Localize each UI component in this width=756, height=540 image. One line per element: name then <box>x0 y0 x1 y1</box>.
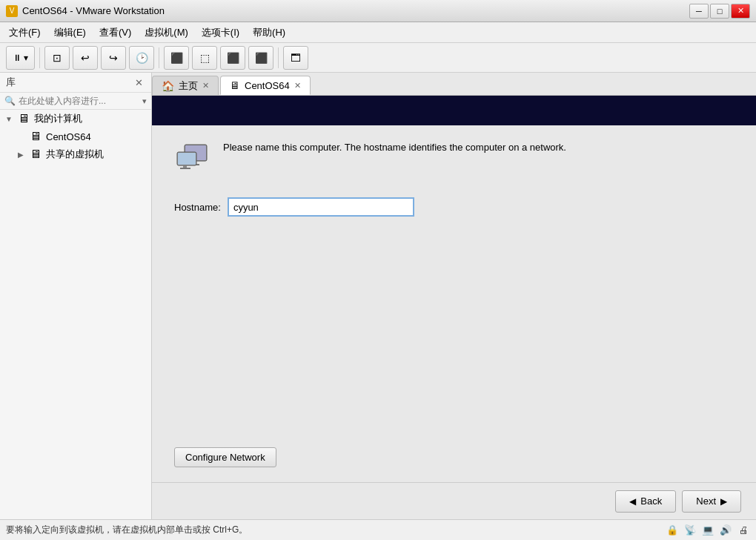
tab-home-label: 主页 <box>179 79 198 93</box>
status-icon-5: 🖨 <box>737 524 750 537</box>
toolbar-view-1[interactable]: ⬛ <box>164 46 189 70</box>
sidebar-search-bar: 🔍 ▾ <box>0 93 151 110</box>
power-dropdown-icon: ▾ <box>24 53 28 63</box>
power-icon: ⏸ <box>13 53 21 63</box>
main-layout: 库 ✕ 🔍 ▾ ▼ 🖥 我的计算机 🖥 CentOS64 ▶ 🖥 共享的虚拟机 <box>0 73 756 519</box>
shared-vm-icon: 🖥 <box>30 148 43 161</box>
status-text: 要将输入定向到该虚拟机，请在虚拟机内部单击或按 Ctrl+G。 <box>6 524 248 536</box>
toolbar: ⏸ ▾ ⊡ ↩ ↪ 🕑 ⬛ ⬚ ⬛ ⬛ 🗔 <box>0 43 756 73</box>
toolbar-view-3[interactable]: ⬛ <box>220 46 245 70</box>
configure-network-btn[interactable]: Configure Network <box>174 447 276 467</box>
toolbar-view-2[interactable]: ⬚ <box>192 46 217 70</box>
tabs-bar: 🏠 主页 ✕ 🖥 CentOS64 ✕ <box>152 73 756 96</box>
app-icon: V <box>6 5 18 17</box>
tree-item-centos64[interactable]: 🖥 CentOS64 <box>0 128 151 145</box>
hostname-row: Hostname: <box>174 198 734 216</box>
sidebar-close-button[interactable]: ✕ <box>132 76 145 89</box>
tree-expand-icon: ▼ <box>3 115 15 123</box>
tree-label-shared-vm: 共享的虚拟机 <box>46 148 104 161</box>
home-tab-icon: 🏠 <box>162 80 174 92</box>
toolbar-sep-2 <box>159 47 159 68</box>
svg-rect-7 <box>180 168 190 169</box>
tab-home[interactable]: 🏠 主页 ✕ <box>152 76 219 95</box>
centos64-tab-icon: 🖥 <box>230 79 240 91</box>
status-icon-3: 💻 <box>701 524 714 537</box>
tab-home-close-icon[interactable]: ✕ <box>202 81 209 90</box>
computer-icon <box>174 140 211 177</box>
menu-help[interactable]: 帮助(H) <box>247 24 291 42</box>
menu-vm[interactable]: 虚拟机(M) <box>139 24 194 42</box>
menu-file[interactable]: 文件(F) <box>3 24 47 42</box>
status-right-icons: 🔒 📡 💻 🔊 🖨 <box>666 524 750 537</box>
tree-expand-icon-shared: ▶ <box>15 151 27 159</box>
setup-intro-text: Please name this computer. The hostname … <box>223 140 566 155</box>
toolbar-send-ctrl-alt-del[interactable]: ⊡ <box>44 46 70 70</box>
toolbar-sep-3 <box>278 47 279 68</box>
tab-centos64-close-icon[interactable]: ✕ <box>294 81 301 90</box>
window-controls: ─ □ ✕ <box>689 4 750 19</box>
search-icon: 🔍 <box>4 96 16 106</box>
status-icon-4: 🔊 <box>719 524 732 537</box>
setup-intro: Please name this computer. The hostname … <box>174 140 734 177</box>
status-icon-2: 📡 <box>683 524 697 537</box>
sidebar: 库 ✕ 🔍 ▾ ▼ 🖥 我的计算机 🖥 CentOS64 ▶ 🖥 共享的虚拟机 <box>0 73 152 519</box>
menu-tabs[interactable]: 选项卡(I) <box>196 24 245 42</box>
toolbar-sep-1 <box>39 47 40 68</box>
configure-network-button[interactable]: Configure Network <box>174 447 734 467</box>
svg-rect-5 <box>178 153 196 165</box>
setup-area: Please name this computer. The hostname … <box>152 125 756 482</box>
toolbar-clock[interactable]: 🕑 <box>129 46 154 70</box>
vm-header-bar <box>152 96 756 125</box>
svg-rect-6 <box>183 165 187 168</box>
back-arrow-icon: ◀ <box>629 496 636 507</box>
status-bar: 要将输入定向到该虚拟机，请在虚拟机内部单击或按 Ctrl+G。 🔒 📡 💻 🔊 … <box>0 519 756 540</box>
sidebar-search-dropdown-icon[interactable]: ▾ <box>142 96 147 106</box>
next-button[interactable]: Next ▶ <box>682 490 741 513</box>
content-area: 🏠 主页 ✕ 🖥 CentOS64 ✕ <box>152 73 756 519</box>
toolbar-power-button[interactable]: ⏸ ▾ <box>6 46 35 70</box>
toolbar-fullscreen[interactable]: 🗔 <box>283 46 308 70</box>
close-button[interactable]: ✕ <box>731 4 750 19</box>
next-label: Next <box>696 495 716 507</box>
toolbar-revert[interactable]: ↩ <box>73 46 98 70</box>
tree-label-my-computer: 我的计算机 <box>34 112 82 125</box>
window-title: CentOS64 - VMware Workstation <box>22 5 685 16</box>
menu-bar: 文件(F) 编辑(E) 查看(V) 虚拟机(M) 选项卡(I) 帮助(H) <box>0 22 756 43</box>
vm-icon-centos: 🖥 <box>30 130 43 143</box>
title-bar: V CentOS64 - VMware Workstation ─ □ ✕ <box>0 0 756 22</box>
sidebar-search-input[interactable] <box>19 96 139 106</box>
tree-label-centos64: CentOS64 <box>46 131 91 142</box>
minimize-button[interactable]: ─ <box>689 4 709 19</box>
back-button[interactable]: ◀ Back <box>615 490 676 513</box>
menu-view[interactable]: 查看(V) <box>93 24 137 42</box>
sidebar-header: 库 ✕ <box>0 73 151 93</box>
vm-content: Please name this computer. The hostname … <box>152 96 756 519</box>
tree-item-shared-vm[interactable]: ▶ 🖥 共享的虚拟机 <box>0 145 151 163</box>
toolbar-view-4[interactable]: ⬛ <box>248 46 273 70</box>
tab-centos64-label: CentOS64 <box>245 80 290 91</box>
next-arrow-icon: ▶ <box>720 496 727 507</box>
computer-group-icon: 🖥 <box>18 112 31 125</box>
hostname-label: Hostname: <box>174 202 221 213</box>
tree-item-my-computer[interactable]: ▼ 🖥 我的计算机 <box>0 110 151 128</box>
setup-spacer <box>174 216 734 447</box>
hostname-input[interactable] <box>228 198 414 216</box>
status-icon-1: 🔒 <box>666 524 679 537</box>
maximize-button[interactable]: □ <box>710 4 729 19</box>
back-label: Back <box>640 495 662 507</box>
sidebar-title: 库 <box>6 76 16 89</box>
tab-centos64[interactable]: 🖥 CentOS64 ✕ <box>220 76 311 95</box>
toolbar-snapshot[interactable]: ↪ <box>101 46 126 70</box>
nav-buttons-bar: ◀ Back Next ▶ <box>152 482 756 519</box>
menu-edit[interactable]: 编辑(E) <box>48 24 92 42</box>
